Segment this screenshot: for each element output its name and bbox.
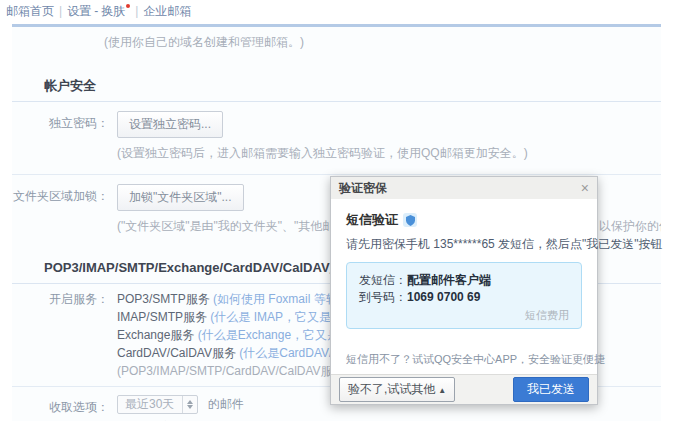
sms-verify-title: 短信验证 — [346, 211, 398, 229]
receive-period-value: 最近30天 — [125, 396, 174, 413]
nav-skin-link[interactable]: 换肤 — [101, 4, 125, 18]
nav-separator: | — [135, 4, 138, 18]
verify-security-dialog: 验证密保 × 短信验证 请先用密保手机 135******65 发短信，然后点"… — [330, 176, 598, 405]
sms-verify-header: 短信验证 — [346, 211, 582, 229]
independent-password-label: 独立密码： — [12, 111, 109, 132]
dialog-footer: 验不了,试试其他▲ 我已发送 — [331, 374, 597, 404]
sms-alternative-hint: 短信用不了？试试QQ安全中心APP，安全验证更便捷 — [346, 352, 582, 367]
folder-lock-label: 文件夹区域加锁： — [12, 184, 109, 205]
sms-sent-confirm-button[interactable]: 我已发送 — [513, 377, 589, 402]
carddav-caldav-service-label: CardDAV/CalDAV服务 — [117, 346, 236, 360]
sms-number-label: 到号码： — [359, 290, 407, 304]
sms-send-label: 发短信： — [359, 273, 407, 287]
pop3-smtp-service-label: POP3/SMTP服务 — [117, 292, 210, 306]
close-icon[interactable]: × — [581, 181, 589, 195]
sms-instruction: 请先用密保手机 135******65 发短信，然后点"我已发送"按钮 — [346, 236, 582, 253]
independent-password-desc: (设置独立密码后，进入邮箱需要输入独立密码验证，使用QQ邮箱更加安全。) — [117, 138, 661, 174]
dialog-titlebar: 验证密保 × — [331, 177, 597, 199]
domain-mail-note: (使用你自己的域名创建和管理邮箱。) — [12, 27, 661, 65]
imap-smtp-service-label: IMAP/SMTP服务 — [117, 310, 207, 324]
receive-period-select[interactable]: 最近30天 — [117, 395, 198, 414]
independent-password-row: 独立密码： 设置独立密码... — [12, 102, 661, 138]
nav-biz-mail-link[interactable]: 企业邮箱 — [143, 4, 191, 18]
nav-separator: | — [59, 4, 62, 18]
sms-shield-icon — [403, 213, 417, 227]
receive-period-suffix: 的邮件 — [208, 397, 244, 411]
nav-mail-home-link[interactable]: 邮箱首页 — [6, 4, 54, 18]
nav-dash: - — [94, 4, 98, 18]
set-independent-password-button[interactable]: 设置独立密码... — [117, 111, 223, 138]
nav-settings-link[interactable]: 设置 — [67, 4, 91, 18]
sms-info-box: 发短信：配置邮件客户端 到号码：1069 0700 69 短信费用 — [346, 262, 582, 329]
new-badge-dot-icon — [126, 4, 130, 8]
exchange-service-label: Exchange服务 — [117, 328, 194, 342]
sms-content-line: 发短信：配置邮件客户端 — [359, 272, 569, 289]
enable-services-label: 开启服务： — [12, 290, 109, 308]
account-security-heading: 帐户安全 — [44, 77, 661, 95]
sms-fee-link[interactable]: 短信费用 — [525, 309, 569, 321]
top-nav: 邮箱首页|设置-换肤|企业邮箱 — [6, 3, 191, 20]
select-arrows-icon — [182, 396, 197, 413]
dialog-body: 短信验证 请先用密保手机 135******65 发短信，然后点"我已发送"按钮… — [331, 199, 597, 367]
receive-options-label: 收取选项： — [12, 395, 109, 416]
sms-send-value: 配置邮件客户端 — [407, 273, 491, 287]
collapse-arrow-icon: ▲ — [438, 386, 446, 395]
try-other-label: 验不了,试试其他 — [348, 382, 435, 396]
dialog-title: 验证密保 — [339, 180, 387, 197]
sms-number-value: 1069 0700 69 — [407, 290, 480, 304]
try-other-verification-button[interactable]: 验不了,试试其他▲ — [339, 377, 455, 402]
lock-folder-area-button[interactable]: 加锁"文件夹区域"... — [117, 184, 244, 211]
sms-number-line: 到号码：1069 0700 69 — [359, 289, 569, 306]
